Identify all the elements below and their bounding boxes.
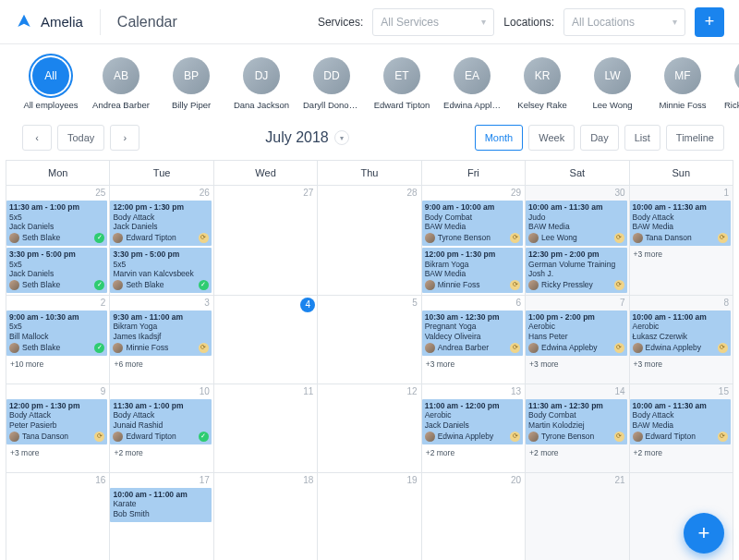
day-cell[interactable]: 18 — [214, 473, 318, 560]
person-avatar — [9, 343, 19, 353]
calendar-event[interactable]: 10:00 am - 11:30 amJudoBAW MediaLee Wong… — [526, 201, 626, 246]
employee-filter-row: AllAll employeesABAndrea BarberBPBilly P… — [0, 44, 739, 119]
day-cell[interactable]: 28 — [318, 186, 421, 296]
day-cell[interactable]: 29:00 am - 10:30 am5x5Bill MallockSeth B… — [6, 296, 110, 384]
day-cell[interactable]: 27 — [214, 186, 318, 296]
employee-filter[interactable]: AllAll employees — [22, 57, 79, 110]
calendar-event[interactable]: 12:30 pm - 2:00 pmGerman Volume Training… — [526, 248, 626, 293]
employee-name: Andrea Barber — [92, 100, 150, 110]
calendar-event[interactable]: 9:30 am - 11:00 amBikram YogaJames Ikads… — [110, 310, 211, 356]
add-button[interactable]: + — [695, 7, 724, 37]
day-cell[interactable]: 2511:30 am - 1:00 pm5x5Jack DanielsSeth … — [6, 186, 110, 296]
day-number: 8 — [723, 298, 729, 308]
calendar-event[interactable]: 11:30 am - 1:00 pmBody AttackJunaid Rash… — [110, 399, 211, 444]
more-events[interactable]: +6 more — [110, 358, 212, 371]
calendar-event[interactable]: 11:30 am - 1:00 pm5x5Jack DanielsSeth Bl… — [6, 201, 107, 246]
day-cell[interactable]: 1311:00 am - 12:00 pmAerobicJack Daniels… — [422, 384, 526, 473]
day-cell[interactable]: 71:00 pm - 2:00 pmAerobicHans PeterEdwin… — [526, 296, 629, 384]
day-cell[interactable]: 20 — [422, 473, 526, 560]
avatar: All — [32, 57, 69, 94]
view-month[interactable]: Month — [475, 125, 524, 151]
person-avatar — [528, 233, 539, 243]
title-dropdown-icon[interactable]: ▾ — [334, 130, 349, 145]
calendar-event[interactable]: 3:30 pm - 5:00 pm5x5Marvin van Kalcvsbee… — [110, 248, 211, 293]
more-events[interactable]: +2 more — [526, 446, 628, 459]
calendar-event[interactable]: 12:00 pm - 1:30 pmBody AttackPeter Pasie… — [6, 399, 107, 444]
day-cell[interactable]: 299:00 am - 10:00 amBody CombatBAW Media… — [422, 186, 526, 296]
pending-icon: ⟳ — [718, 432, 728, 442]
services-select[interactable]: All Services ▾ — [372, 8, 494, 36]
pending-icon: ⟳ — [718, 233, 728, 243]
day-cell[interactable]: 12 — [318, 384, 421, 473]
day-number: 9 — [101, 386, 106, 396]
employee-filter[interactable]: MFMinnie Foss — [654, 57, 711, 110]
day-cell[interactable]: 2612:00 pm - 1:30 pmBody AttackJack Dani… — [110, 186, 213, 296]
calendar-event[interactable]: 10:00 am - 11:00 amAerobicŁukasz Czerwik… — [630, 310, 731, 356]
calendar-event[interactable]: 11:30 am - 12:30 pmBody CombatMartin Kol… — [526, 399, 626, 444]
calendar-event[interactable]: 1:00 pm - 2:00 pmAerobicHans PeterEdwina… — [526, 310, 626, 356]
avatar: RP — [734, 57, 739, 94]
more-events[interactable]: +3 more — [526, 358, 628, 371]
calendar-event[interactable]: 10:30 am - 12:30 pmPregnant YogaValdecy … — [422, 310, 523, 356]
view-timeline[interactable]: Timeline — [666, 125, 724, 151]
day-cell[interactable]: 912:00 pm - 1:30 pmBody AttackPeter Pasi… — [6, 384, 110, 473]
calendar-event[interactable]: 10:00 am - 11:30 amBody AttackBAW MediaT… — [630, 201, 731, 246]
calendar-event[interactable]: 10:00 am - 11:30 amBody AttackBAW MediaE… — [630, 399, 731, 444]
grid-body: 2511:30 am - 1:00 pm5x5Jack DanielsSeth … — [6, 186, 733, 560]
employee-filter[interactable]: DJDana Jackson — [233, 57, 290, 110]
day-cell[interactable]: 16 — [6, 473, 110, 560]
day-cell[interactable]: 110:00 am - 11:30 amBody AttackBAW Media… — [630, 186, 733, 296]
view-list[interactable]: List — [624, 125, 660, 151]
next-button[interactable]: › — [110, 125, 139, 151]
calendar-event[interactable]: 12:00 pm - 1:30 pmBikram YogaBAW MediaMi… — [422, 248, 523, 293]
more-events[interactable]: +2 more — [422, 446, 525, 459]
view-day[interactable]: Day — [580, 125, 619, 151]
day-cell[interactable]: 19 — [318, 473, 421, 560]
employee-filter[interactable]: LWLee Wong — [584, 57, 641, 110]
more-events[interactable]: +3 more — [6, 446, 109, 459]
locations-select[interactable]: All Locations ▾ — [563, 8, 685, 36]
prev-button[interactable]: ‹ — [22, 125, 52, 151]
more-events[interactable]: +10 more — [6, 358, 109, 371]
employee-filter[interactable]: RPRicky Pressley — [724, 57, 739, 110]
day-cell[interactable]: 1411:30 am - 12:30 pmBody CombatMartin K… — [526, 384, 629, 473]
day-cell[interactable]: 3010:00 am - 11:30 amJudoBAW MediaLee Wo… — [526, 186, 629, 296]
employee-filter[interactable]: KRKelsey Rake — [514, 57, 571, 110]
avatar: LW — [594, 57, 631, 94]
calendar-event[interactable]: 10:00 am - 11:00 amKarateBob Smith — [110, 488, 211, 522]
employee-filter[interactable]: ETEdward Tipton — [373, 57, 430, 110]
day-number: 1 — [723, 188, 729, 198]
locations-label: Locations: — [503, 16, 554, 29]
view-week[interactable]: Week — [528, 125, 575, 151]
today-button[interactable]: Today — [57, 125, 104, 151]
day-cell[interactable]: 4 — [214, 296, 318, 384]
more-events[interactable]: +3 more — [630, 358, 733, 371]
calendar-event[interactable]: 3:30 pm - 5:00 pm5x5Jack DanielsSeth Bla… — [6, 248, 107, 293]
day-number: 4 — [300, 298, 315, 312]
calendar-event[interactable]: 11:00 am - 12:00 pmAerobicJack DanielsEd… — [422, 399, 523, 444]
employee-filter[interactable]: ABAndrea Barber — [92, 57, 150, 110]
calendar-event[interactable]: 12:00 pm - 1:30 pmBody AttackJack Daniel… — [110, 201, 211, 246]
more-events[interactable]: +3 more — [422, 358, 525, 371]
day-cell[interactable]: 1011:30 am - 1:00 pmBody AttackJunaid Ra… — [110, 384, 213, 473]
day-number: 20 — [511, 475, 521, 485]
day-cell[interactable]: 11 — [214, 384, 318, 473]
check-icon: ✓ — [199, 432, 209, 442]
day-cell[interactable]: 610:30 am - 12:30 pmPregnant YogaValdecy… — [422, 296, 526, 384]
calendar-event[interactable]: 9:00 am - 10:30 am5x5Bill MallockSeth Bl… — [6, 310, 107, 356]
more-events[interactable]: +2 more — [630, 446, 733, 459]
fab-add-button[interactable]: + — [684, 513, 724, 554]
more-events[interactable]: +3 more — [630, 248, 733, 261]
day-cell[interactable]: 810:00 am - 11:00 amAerobicŁukasz Czerwi… — [630, 296, 733, 384]
employee-filter[interactable]: EAEdwina Appl… — [443, 57, 501, 110]
day-cell[interactable]: 5 — [318, 296, 421, 384]
calendar-event[interactable]: 9:00 am - 10:00 amBody CombatBAW MediaTy… — [422, 201, 523, 246]
employee-filter[interactable]: DDDaryll Donov… — [303, 57, 360, 110]
day-number: 13 — [511, 386, 521, 396]
day-cell[interactable]: 1710:00 am - 11:00 amKarateBob Smith — [110, 473, 213, 560]
day-cell[interactable]: 21 — [526, 473, 629, 560]
more-events[interactable]: +2 more — [110, 446, 212, 459]
day-cell[interactable]: 39:30 am - 11:00 amBikram YogaJames Ikad… — [110, 296, 213, 384]
day-cell[interactable]: 1510:00 am - 11:30 amBody AttackBAW Medi… — [630, 384, 733, 473]
employee-filter[interactable]: BPBilly Piper — [163, 57, 220, 110]
